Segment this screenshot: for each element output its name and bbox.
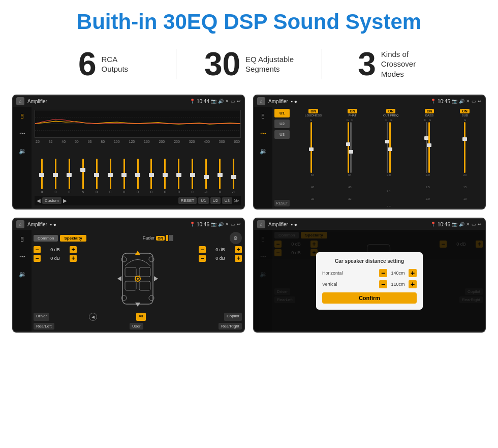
plus-btn-2[interactable]: +	[70, 255, 77, 262]
plus-btn-1[interactable]: +	[70, 246, 77, 253]
eq-side-icons: 🎚 〜 🔉	[13, 107, 32, 208]
dialog-status-icons: 📍 10:46 📷 🔊 ✕ ▭ ↩	[430, 222, 482, 227]
dialog-screen-content: 🎚 〜 🔉 Common Specialty − 0 dB +	[254, 230, 485, 332]
main-title: Buith-in 30EQ DSP Sound System	[15, 10, 483, 34]
loudness-on[interactable]: ON	[308, 109, 318, 113]
next-arrow[interactable]: ▶	[63, 198, 67, 203]
u1-preset[interactable]: U1	[274, 109, 290, 117]
more-icon[interactable]: ≫	[234, 198, 239, 203]
vertical-plus[interactable]: +	[409, 280, 417, 288]
reset-btn[interactable]: RESET	[178, 197, 197, 204]
eq-status-bar: ⌂ Amplifier 📍 10:44 📷 🔊 ✕ ▭ ↩	[13, 96, 244, 107]
cross-presets: U1 U2 U3 RESET	[274, 109, 290, 206]
cross-reset[interactable]: RESET	[274, 200, 290, 206]
vertical-minus[interactable]: −	[379, 280, 387, 288]
u3-preset[interactable]: U3	[274, 130, 290, 139]
wave-icon-3[interactable]: 〜	[17, 251, 28, 262]
eq-slider-11: 0	[186, 159, 199, 194]
fader-status-bar: ⌂ Amplifier ▪ ● 📍 10:46 📷 🔊 ✕ ▭ ↩	[13, 219, 244, 230]
svg-point-9	[137, 278, 139, 280]
stat-rca-label: RCAOutputs	[102, 54, 129, 74]
fader-side-icons: 🎚 〜 🔉	[13, 230, 32, 332]
home-icon-3[interactable]: ⌂	[16, 220, 24, 228]
bass-on[interactable]: ON	[425, 109, 434, 113]
close-icon-3: ✕	[225, 222, 229, 227]
eq-graph	[35, 110, 241, 138]
cross-time: 10:45	[438, 99, 450, 104]
eq-icon-3[interactable]: 🎚	[17, 234, 28, 245]
volume-icon-4: 🔊	[459, 222, 464, 227]
cross-screen-content: 🎚 〜 🔉 U1 U2 U3 RESET ON	[254, 107, 485, 208]
confirm-button[interactable]: Confirm	[322, 292, 417, 304]
u2-btn[interactable]: U2	[210, 197, 221, 204]
u3-btn[interactable]: U3	[222, 197, 232, 204]
horizontal-minus[interactable]: −	[379, 269, 387, 277]
home-icon[interactable]: ⌂	[16, 97, 24, 105]
speaker-icon[interactable]: 🔉	[17, 145, 28, 157]
left-arrow[interactable]: ◀	[89, 313, 97, 321]
plus-btn-4[interactable]: +	[235, 255, 242, 262]
eq-slider-5: 0	[104, 159, 117, 194]
wave-icon-2[interactable]: 〜	[258, 128, 269, 139]
volume-icon-2: 🔊	[459, 99, 464, 104]
horizontal-plus[interactable]: +	[409, 269, 417, 277]
camera-icon: 📷	[211, 99, 216, 104]
speaker-icon-3[interactable]: 🔉	[17, 268, 28, 280]
settings-icon[interactable]: ⚙	[230, 232, 242, 244]
cross-main-content: U1 U2 U3 RESET ON LOUDNESS ON	[272, 107, 485, 208]
svg-rect-5	[139, 267, 150, 277]
horizontal-label: Horizontal	[322, 271, 343, 276]
user-btn[interactable]: User	[130, 323, 143, 330]
home-icon-2[interactable]: ⌂	[257, 97, 265, 105]
eq-icon-2[interactable]: 🎚	[258, 111, 269, 122]
fader-screen-title: Amplifier ▪ ●	[27, 222, 188, 227]
svg-marker-15	[135, 303, 140, 307]
minus-btn-4[interactable]: −	[199, 255, 206, 262]
minimize-icon-3: ▭	[231, 222, 235, 227]
tab-specialty[interactable]: Specialty	[60, 235, 86, 242]
location-icon-3: 📍	[190, 222, 195, 227]
u2-preset[interactable]: U2	[274, 120, 290, 128]
rearright-btn[interactable]: RearRight	[219, 323, 242, 330]
eq-slider-14: -1	[227, 159, 240, 194]
dialog-screen: ⌂ Amplifier ▪ ● 📍 10:46 📷 🔊 ✕ ▭ ↩ 🎚 〜 🔉	[253, 218, 486, 333]
speaker-icon-2[interactable]: 🔉	[258, 145, 269, 157]
eq-bottom-bar: ◀ Custom ▶ RESET U1 U2 U3 ≫	[35, 196, 241, 205]
u1-btn[interactable]: U1	[198, 197, 208, 204]
phat-on[interactable]: ON	[348, 109, 357, 113]
minus-btn-3[interactable]: −	[199, 246, 206, 253]
dialog-screen-title: Amplifier ▪ ●	[268, 222, 428, 227]
rearleft-btn[interactable]: RearLeft	[34, 323, 54, 330]
all-btn[interactable]: All	[136, 313, 146, 321]
close-icon-4: ✕	[466, 222, 470, 227]
home-icon-4[interactable]: ⌂	[257, 220, 265, 228]
copilot-btn[interactable]: Copilot	[224, 313, 242, 321]
back-icon-4: ↩	[478, 222, 482, 227]
plus-btn-3[interactable]: +	[235, 246, 242, 253]
minus-btn-2[interactable]: −	[34, 255, 41, 262]
loudness-label: LOUDNESS	[305, 114, 322, 117]
fader-db-row-4: − 0 dB +	[199, 255, 242, 262]
custom-preset[interactable]: Custom	[42, 197, 61, 204]
eq-slider-9: 0	[159, 159, 171, 194]
svg-marker-17	[154, 276, 158, 281]
eq-icon[interactable]: 🎚	[17, 111, 28, 122]
camera-icon-2: 📷	[452, 99, 457, 104]
minus-btn-1[interactable]: −	[34, 246, 41, 253]
eq-time: 10:44	[197, 99, 209, 104]
back-icon-3: ↩	[237, 222, 241, 227]
stat-eq: 30 EQ AdjustableSegments	[176, 48, 322, 80]
page-header: Buith-in 30EQ DSP Sound System	[0, 0, 498, 39]
minimize-icon-4: ▭	[472, 222, 476, 227]
cross-side-icons: 🎚 〜 🔉	[254, 107, 272, 208]
fader-on-badge[interactable]: ON	[156, 236, 165, 241]
eq-main-content: 2532405063 80100125160200 25032040050063…	[32, 107, 244, 208]
tab-common[interactable]: Common	[34, 235, 58, 242]
bass-label: BASS	[425, 114, 433, 117]
vertical-row: Vertical − 110cm +	[322, 280, 417, 288]
prev-arrow[interactable]: ◀	[37, 198, 41, 203]
sub-on[interactable]: ON	[460, 109, 470, 113]
driver-btn[interactable]: Driver	[34, 313, 49, 321]
cutfreq-on[interactable]: ON	[386, 109, 396, 113]
wave-icon[interactable]: 〜	[17, 128, 28, 139]
